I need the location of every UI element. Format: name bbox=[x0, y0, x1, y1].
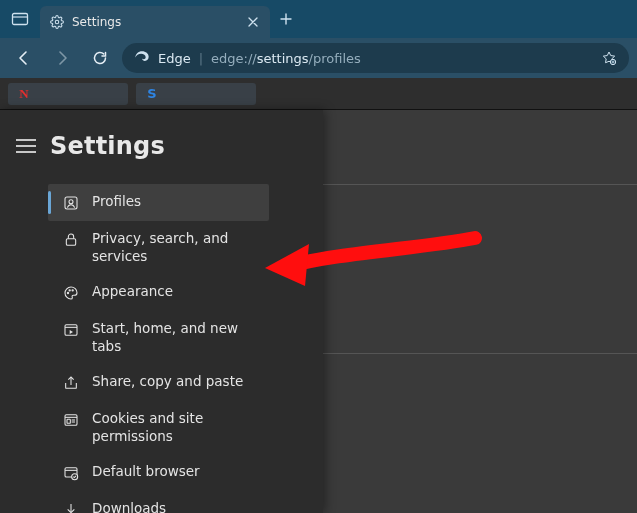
settings-menu: Profiles Privacy, search, and services A… bbox=[0, 174, 323, 513]
svg-rect-0 bbox=[13, 14, 28, 25]
svg-rect-6 bbox=[66, 239, 75, 246]
address-separator: | bbox=[199, 51, 203, 66]
svg-point-5 bbox=[69, 200, 73, 204]
menu-label: Profiles bbox=[92, 193, 141, 211]
page-title: Settings bbox=[50, 132, 165, 160]
bookmark-favicon: S bbox=[144, 86, 160, 102]
forward-button[interactable] bbox=[46, 42, 78, 74]
browser-titlebar: Settings bbox=[0, 0, 637, 38]
window-play-icon bbox=[62, 321, 80, 339]
menu-item-default-browser[interactable]: Default browser bbox=[48, 454, 269, 491]
svg-rect-4 bbox=[65, 197, 77, 209]
lock-icon bbox=[62, 231, 80, 249]
svg-point-7 bbox=[67, 292, 68, 293]
palette-icon bbox=[62, 284, 80, 302]
close-icon[interactable] bbox=[246, 15, 260, 29]
back-button[interactable] bbox=[8, 42, 40, 74]
download-icon bbox=[62, 501, 80, 513]
gear-icon bbox=[50, 15, 64, 29]
bookmark-item[interactable]: S bbox=[136, 83, 256, 105]
menu-item-appearance[interactable]: Appearance bbox=[48, 274, 269, 311]
svg-point-9 bbox=[72, 290, 73, 291]
edge-logo-icon bbox=[134, 50, 150, 66]
menu-label: Downloads bbox=[92, 500, 166, 513]
menu-hamburger-icon[interactable] bbox=[16, 139, 36, 153]
bookmark-item[interactable]: N bbox=[8, 83, 128, 105]
address-bar[interactable]: Edge | edge://settings/profiles bbox=[122, 43, 629, 73]
share-icon bbox=[62, 374, 80, 392]
menu-label: Share, copy and paste bbox=[92, 373, 243, 391]
svg-rect-10 bbox=[65, 325, 77, 336]
refresh-button[interactable] bbox=[84, 42, 116, 74]
browser-check-icon bbox=[62, 464, 80, 482]
cookies-icon bbox=[62, 411, 80, 429]
menu-item-share[interactable]: Share, copy and paste bbox=[48, 364, 269, 401]
menu-item-cookies[interactable]: Cookies and site permissions bbox=[48, 401, 269, 454]
menu-label: Privacy, search, and services bbox=[92, 230, 257, 265]
svg-point-2 bbox=[55, 20, 59, 24]
menu-label: Appearance bbox=[92, 283, 173, 301]
profile-icon bbox=[62, 194, 80, 212]
page-content: n Settings Profiles Privacy, search, and… bbox=[0, 110, 637, 513]
menu-item-profiles[interactable]: Profiles bbox=[48, 184, 269, 221]
new-tab-button[interactable] bbox=[270, 13, 302, 25]
menu-item-privacy[interactable]: Privacy, search, and services bbox=[48, 221, 269, 274]
tab-actions-icon[interactable] bbox=[0, 12, 40, 26]
menu-label: Cookies and site permissions bbox=[92, 410, 257, 445]
svg-rect-15 bbox=[67, 420, 70, 424]
bookmark-favicon: N bbox=[16, 86, 32, 102]
browser-tab[interactable]: Settings bbox=[40, 6, 270, 38]
menu-item-downloads[interactable]: Downloads bbox=[48, 491, 269, 513]
address-url: edge://settings/profiles bbox=[211, 51, 361, 66]
favorite-star-icon[interactable] bbox=[601, 50, 617, 66]
browser-toolbar: Edge | edge://settings/profiles bbox=[0, 38, 637, 78]
svg-point-8 bbox=[69, 290, 70, 291]
bookmarks-bar: N S bbox=[0, 78, 637, 110]
menu-label: Default browser bbox=[92, 463, 200, 481]
address-identity: Edge bbox=[158, 51, 191, 66]
settings-drawer: Settings Profiles Privacy, search, and s… bbox=[0, 110, 323, 513]
menu-label: Start, home, and new tabs bbox=[92, 320, 257, 355]
tab-title: Settings bbox=[72, 15, 121, 29]
menu-item-start[interactable]: Start, home, and new tabs bbox=[48, 311, 269, 364]
